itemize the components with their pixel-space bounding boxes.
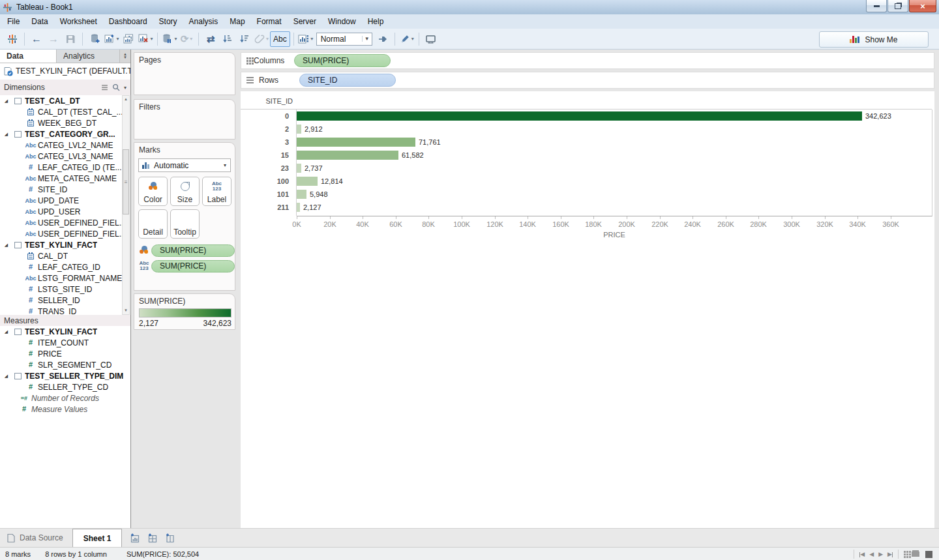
expand-triangle-icon[interactable]: ◢ (0, 98, 10, 104)
label-button[interactable]: Abc123Label (202, 177, 231, 206)
restore-button[interactable] (887, 0, 908, 12)
field-item-count[interactable]: #ITEM_COUNT (0, 337, 130, 348)
first-sheet-button[interactable]: ◀ (859, 551, 865, 557)
tableau-logo-button[interactable] (5, 31, 20, 47)
field-trans-id[interactable]: #TRANS_ID (0, 306, 130, 315)
new-story-tab-icon[interactable] (165, 533, 176, 544)
new-worksheet-button[interactable]: ▾ (104, 31, 119, 47)
bar-mark-15[interactable] (297, 151, 398, 160)
add-data-source-button[interactable] (87, 31, 102, 47)
clear-sheet-button[interactable]: ▾ (138, 31, 153, 47)
detail-button[interactable]: Detail (138, 209, 168, 239)
columns-shelf[interactable]: Columns SUM(PRICE) (241, 52, 934, 69)
color-button[interactable]: Color (138, 177, 168, 206)
field-lstg-site-id[interactable]: #LSTG_SITE_ID (0, 284, 130, 295)
expand-triangle-icon[interactable]: ◢ (0, 132, 10, 137)
field-seller-id[interactable]: #SELLER_ID (0, 295, 130, 306)
marks-pill-sum-price[interactable]: SUM(PRICE) (151, 260, 235, 273)
new-dashboard-tab-icon[interactable] (147, 533, 158, 544)
field-test-cal-dt[interactable]: ◢TEST_CAL_DT (0, 95, 130, 106)
forward-button[interactable]: → (46, 31, 61, 47)
presentation-mode-button[interactable] (423, 31, 439, 47)
field-leaf-categ-id-te[interactable]: #LEAF_CATEG_ID (TE... (0, 162, 130, 173)
field-categ-lvl3-name[interactable]: AbcCATEG_LVL3_NAME (0, 151, 130, 162)
group-members-button[interactable]: ▾ (254, 31, 269, 47)
field-categ-lvl2-name[interactable]: AbcCATEG_LVL2_NAME (0, 140, 130, 151)
field-user-defined-fiel[interactable]: AbcUSER_DEFINED_FIEL... (0, 228, 130, 239)
show-hide-cards-button[interactable]: ▾ (298, 31, 314, 47)
next-sheet-button[interactable]: ▶ (878, 551, 883, 557)
menu-format[interactable]: Format (251, 16, 288, 27)
field-leaf-categ-id[interactable]: #LEAF_CATEG_ID (0, 261, 130, 273)
search-icon[interactable] (112, 83, 120, 91)
menu-dashboard[interactable]: Dashboard (103, 16, 153, 27)
dimensions-scrollbar[interactable]: ▲ ≡ ▼ (122, 95, 130, 315)
data-source-tab[interactable]: Data Source (0, 529, 72, 547)
field-measure-values[interactable]: #Measure Values (0, 404, 130, 415)
tooltip-button[interactable]: Tooltip (170, 209, 200, 239)
field-meta-categ-name[interactable]: AbcMETA_CATEG_NAME (0, 173, 130, 184)
back-button[interactable]: ← (29, 31, 44, 47)
show-tabs-button[interactable] (925, 551, 932, 558)
swap-rows-columns-button[interactable]: ⇄ (203, 31, 218, 47)
menu-data[interactable]: Data (25, 16, 53, 27)
pages-shelf[interactable]: Pages (134, 52, 235, 95)
show-me-button[interactable]: Show Me (819, 31, 929, 48)
size-button[interactable]: Size (170, 177, 200, 206)
bar-mark-0[interactable] (297, 111, 862, 121)
highlight-button[interactable]: ▾ (399, 31, 415, 47)
field-test-kylin-fact[interactable]: ◢TEST_KYLIN_FACT (0, 239, 130, 250)
menu-server[interactable]: Server (288, 16, 322, 27)
bar-mark-100[interactable] (297, 177, 318, 186)
field-site-id[interactable]: #SITE_ID (0, 184, 130, 195)
sheet-tab-active[interactable]: Sheet 1 (72, 529, 123, 547)
field-test-kylin-fact[interactable]: ◢TEST_KYLIN_FACT (0, 326, 130, 337)
scrollbar-thumb[interactable]: ≡ (123, 149, 129, 214)
field-price[interactable]: #PRICE (0, 348, 130, 359)
bar-mark-2[interactable] (297, 125, 301, 134)
rows-shelf[interactable]: Rows SITE_ID (241, 72, 934, 89)
field-slr-segment-cd[interactable]: #SLR_SEGMENT_CD (0, 359, 130, 370)
menu-worksheet[interactable]: Worksheet (54, 16, 103, 27)
field-lstg-format-name[interactable]: AbcLSTG_FORMAT_NAME (0, 273, 130, 284)
field-seller-type-cd[interactable]: #SELLER_TYPE_CD (0, 381, 130, 392)
field-cal-dt[interactable]: CAL_DT (0, 250, 130, 261)
show-filmstrip-button[interactable] (912, 552, 919, 557)
menu-analysis[interactable]: Analysis (183, 16, 224, 27)
refresh-button[interactable]: ⟳ ▾ (179, 31, 194, 47)
menu-help[interactable]: Help (362, 16, 390, 27)
field-upd-date[interactable]: AbcUPD_DATE (0, 195, 130, 206)
fit-selector[interactable]: Normal ▼ (316, 33, 372, 46)
mark-type-dropdown[interactable]: Automatic ▾ (138, 158, 231, 172)
tab-analytics[interactable]: Analytics (57, 50, 120, 63)
view-as-list-icon[interactable] (102, 85, 108, 86)
field-test-seller-type-dim[interactable]: ◢TEST_SELLER_TYPE_DIM (0, 370, 130, 381)
fields-menu-caret-icon[interactable]: ▾ (124, 85, 127, 91)
menu-window[interactable]: Window (322, 16, 362, 27)
pane-toggle-icon[interactable]: ▲ ▼ (120, 50, 130, 63)
fix-axes-button[interactable] (375, 31, 391, 47)
field-upd-user[interactable]: AbcUPD_USER (0, 206, 130, 217)
menu-map[interactable]: Map (224, 16, 250, 27)
expand-triangle-icon[interactable]: ◢ (0, 329, 10, 334)
bar-mark-3[interactable] (297, 138, 415, 147)
shelf-pill-sum-price[interactable]: SUM(PRICE) (294, 54, 391, 67)
menu-file[interactable]: File (1, 16, 25, 27)
bar-mark-101[interactable] (297, 190, 306, 199)
menu-story[interactable]: Story (153, 16, 183, 27)
duplicate-sheet-button[interactable] (121, 31, 136, 47)
save-button[interactable] (63, 31, 78, 47)
field-user-defined-fiel[interactable]: AbcUSER_DEFINED_FIEL... (0, 217, 130, 228)
field-number-of-records[interactable]: =#Number of Records (0, 392, 130, 404)
datasource-row[interactable]: TEST_KYLIN_FACT (DEFAULT.T... (0, 63, 130, 80)
previous-sheet-button[interactable]: ◀ (869, 551, 874, 557)
show-mark-labels-button[interactable]: Abc (270, 31, 290, 47)
close-button[interactable]: × (909, 0, 936, 12)
field-cal-dt-test-cal[interactable]: CAL_DT (TEST_CAL_... (0, 106, 130, 117)
field-week-beg-dt[interactable]: WEEK_BEG_DT (0, 117, 130, 128)
marks-pill-sum-price[interactable]: SUM(PRICE) (151, 244, 235, 257)
pause-auto-updates-button[interactable]: ▾ (162, 31, 177, 47)
expand-triangle-icon[interactable]: ◢ (0, 243, 10, 248)
field-test-category-gr[interactable]: ◢TEST_CATEGORY_GR... (0, 128, 130, 140)
expand-triangle-icon[interactable]: ◢ (0, 374, 10, 379)
